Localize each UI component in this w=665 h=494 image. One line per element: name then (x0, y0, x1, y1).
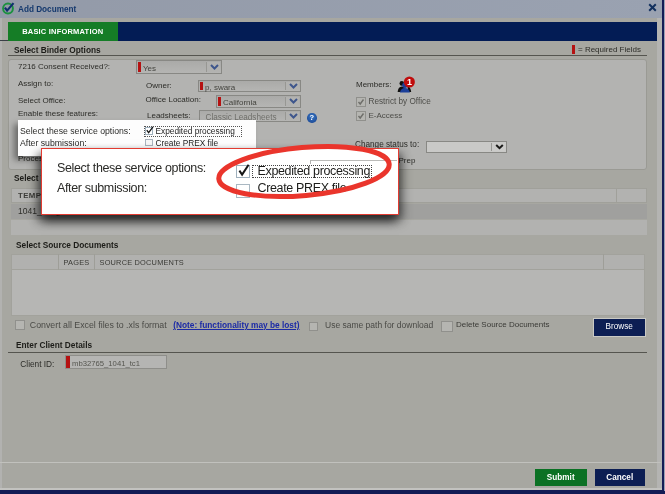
svg-text:1: 1 (407, 77, 412, 87)
